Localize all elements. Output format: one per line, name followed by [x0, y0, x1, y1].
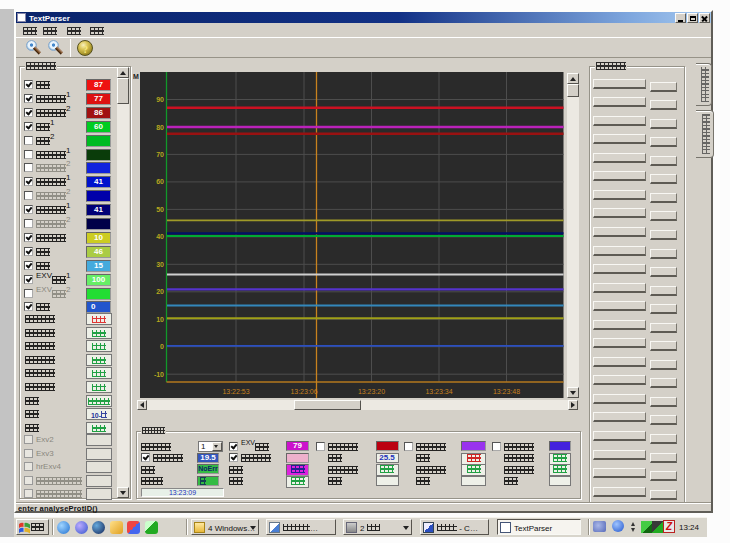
- svg-text:50: 50: [156, 205, 164, 212]
- svg-text:30: 30: [156, 260, 164, 267]
- svg-text:20: 20: [156, 288, 164, 295]
- svg-text:80: 80: [156, 123, 164, 130]
- svg-text:13:23:06: 13:23:06: [290, 388, 317, 395]
- svg-text:10: 10: [156, 315, 164, 322]
- svg-text:13:23:20: 13:23:20: [358, 388, 385, 395]
- svg-text:13:22:53: 13:22:53: [222, 388, 249, 395]
- svg-text:70: 70: [156, 150, 164, 157]
- svg-text:40: 40: [156, 233, 164, 240]
- svg-text:60: 60: [156, 178, 164, 185]
- svg-text:0: 0: [160, 343, 164, 350]
- svg-text:-10: -10: [154, 370, 164, 377]
- svg-text:13:23:48: 13:23:48: [493, 388, 520, 395]
- svg-text:90: 90: [156, 96, 164, 103]
- svg-text:13:23:34: 13:23:34: [425, 388, 452, 395]
